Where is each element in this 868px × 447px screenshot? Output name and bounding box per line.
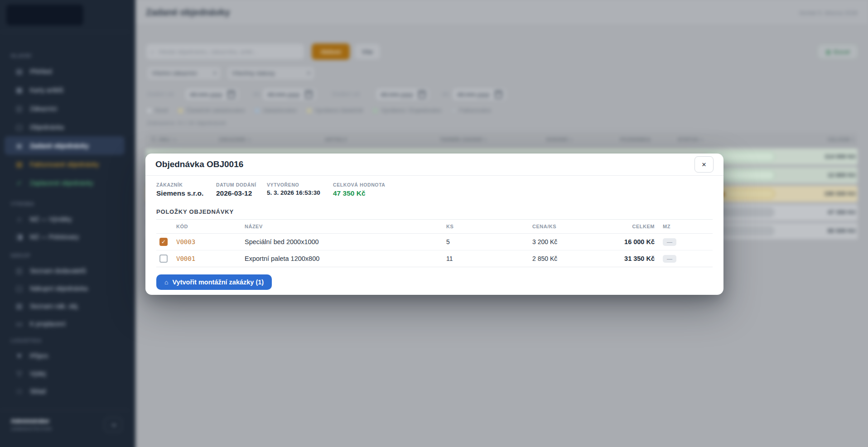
dashboard-icon: ▤ (15, 67, 23, 76)
column-header[interactable]: ARTIKLY (325, 137, 347, 142)
column-header[interactable]: POZNÁMKA (620, 137, 651, 142)
column-header: KÓD (174, 224, 243, 229)
close-button[interactable]: ✕ (694, 156, 714, 173)
factory-icon: ⌂ (164, 279, 168, 286)
sidebar-item-fakturovane-objednavky[interactable]: ▧Fakturované objednávky (5, 155, 125, 173)
excel-export-button[interactable]: ▦ Excel (818, 44, 858, 59)
created-field: VYTVOŘENO 5. 3. 2026 16:53:30 (267, 182, 333, 197)
sidebar-section-label: LOGISTIKA (11, 338, 129, 343)
calendar-icon[interactable] (227, 91, 235, 98)
column-header[interactable]: TERMÍN ZADÁNÍ⇅ (440, 137, 487, 142)
calendar-icon[interactable] (305, 91, 313, 98)
legend-item: Vyrobeno částečně (307, 107, 363, 114)
customers-select[interactable]: Všichni zákazníci ▾ (147, 66, 221, 80)
items-table-header: KÓD NÁZEV KS CENA/KS CELKEM MZ (156, 220, 713, 234)
search-input[interactable] (158, 48, 299, 56)
sidebar-item-zadane-objednavky[interactable]: ▣Zadané objednávky (5, 136, 125, 155)
sidebar-item-label: Objednávka (30, 124, 64, 131)
entry-from-date[interactable] (185, 88, 239, 101)
sidebar-item-label: Seznam nák. obj. (30, 303, 79, 310)
column-header[interactable]: CELKEM⇅ (828, 137, 855, 142)
mz-badge: — (663, 238, 676, 246)
sidebar-item-nakupni-objednavka[interactable]: ▢Nákupní objednávka (5, 279, 125, 297)
legend-label: Nové (155, 107, 168, 114)
item-name: Exportní paleta 1200x800 (243, 255, 444, 262)
sidebar-item-seznam-dodavatelu[interactable]: ◫Seznam dodavatelů (5, 262, 125, 279)
sidebar-footer: Administrátor ADMINISTRATOR ⇥ (0, 410, 129, 447)
sidebar-section-label: HLAVNÍ (11, 53, 129, 58)
delivery-date-field: DATUM DODÁNÍ 2026-03-12 (216, 182, 267, 197)
check-icon: ✓ (161, 239, 166, 245)
customers-icon: ◫ (15, 105, 23, 113)
status-dot (307, 108, 312, 113)
column-header[interactable]: ZÁKAZNÍK⇅ (219, 137, 251, 142)
status-legend: Nové Částečně zakázkováno Zakázkováno Vy… (147, 107, 491, 114)
status-dot (451, 108, 456, 113)
sidebar-item-label: Příjem (30, 352, 48, 360)
total-value-field: CELKOVÁ HODNOTA 47 350 Kč (333, 182, 386, 197)
column-header: NÁZEV (243, 224, 444, 229)
items-section-title: POLOŽKY OBJEDNÁVKY (156, 208, 713, 220)
column-header[interactable]: DODÁNÍ⇅ (546, 137, 572, 142)
entry-from-input[interactable] (189, 91, 225, 98)
row-total: 85 500 Kč (828, 227, 856, 234)
sidebar-item-sklad[interactable]: □Sklad (5, 382, 125, 400)
entry-to-label: do: (253, 91, 261, 97)
sidebar-item-label: Přehled (30, 68, 52, 75)
logout-button[interactable]: ⇥ (105, 418, 122, 432)
sidebar-item-karty-artiklu[interactable]: ▦Karty artiklů (5, 81, 125, 99)
status-dot (255, 108, 260, 113)
legend-item: Vyrobeno / Expedováno (373, 107, 441, 114)
column-header: KS (444, 224, 530, 229)
sidebar-item-objednavka[interactable]: ▢Objednávka (5, 118, 125, 136)
sort-icon: ⇅ (569, 138, 572, 142)
sidebar-item-seznam-nak-obj[interactable]: ▥Seznam nák. obj. (5, 297, 125, 315)
item-qty: 5 (444, 238, 530, 245)
sidebar-item-mz-polotovary[interactable]: ◨MZ — Polotovary (5, 228, 125, 245)
statuses-select[interactable]: Všechny statusy ▾ (227, 66, 315, 80)
delivery-to-date[interactable] (453, 88, 506, 101)
field-label: CELKOVÁ HODNOTA (333, 182, 386, 187)
order-icon: ▢ (15, 123, 23, 131)
filter-active-button[interactable]: Aktivní (312, 43, 350, 60)
sidebar-item-mz-vyrobky[interactable]: ⌂MZ — Výrobky (5, 210, 125, 228)
sidebar-item-k-proplaceni[interactable]: ▭K proplacení (5, 315, 125, 332)
customer-value: Siemens s.r.o. (156, 189, 216, 197)
item-checkbox-checked[interactable]: ✓ (159, 238, 168, 246)
delivery-from-input[interactable] (380, 91, 416, 98)
sidebar-item-zaplacene-objednavky[interactable]: ✓Zaplacené objednávky (5, 173, 125, 192)
sidebar-item-prehled[interactable]: ▤Přehled (5, 62, 125, 81)
item-name: Speciální bed 2000x1000 (243, 238, 444, 245)
calendar-icon[interactable] (418, 91, 426, 98)
order-summary: ZÁKAZNÍK Siemens s.r.o. DATUM DODÁNÍ 202… (156, 182, 713, 197)
delivery-from-label: Dodání od: (332, 91, 361, 97)
calendar-icon[interactable] (495, 91, 502, 98)
logout-icon: ⇥ (111, 422, 116, 428)
status-dot (373, 108, 378, 113)
sidebar-item-zakaznici[interactable]: ◫Zákazníci (5, 99, 125, 118)
legend-label: Zakázkováno (263, 107, 296, 114)
entry-to-date[interactable] (263, 88, 316, 101)
status-dot (147, 108, 152, 113)
legend-label: Částečně zakázkováno (186, 107, 245, 114)
column-header[interactable]: STATUS⇅ (678, 137, 703, 142)
item-row: ✓ V0003 Speciální bed 2000x1000 5 3 200 … (156, 234, 713, 250)
column-header[interactable]: Č. OBJ.⇅ (152, 137, 176, 142)
legend-label: Fakturováno (459, 107, 491, 114)
sidebar-item-prijem[interactable]: ▼Příjem (5, 347, 125, 365)
delivery-from-date[interactable] (376, 88, 429, 101)
filter-all-button[interactable]: Vše (354, 43, 381, 60)
entry-to-input[interactable] (266, 91, 303, 98)
sidebar-item-vydej[interactable]: ▽Výdej (5, 365, 125, 382)
item-checkbox-unchecked[interactable] (159, 255, 168, 263)
delivery-to-input[interactable] (456, 91, 492, 98)
create-assembly-order-button[interactable]: ⌂ Vytvořit montážní zakázky (1) (156, 274, 272, 290)
column-header: CENA/KS (530, 224, 614, 229)
create-assembly-order-label: Vytvořit montážní zakázky (1) (172, 279, 264, 286)
search-box[interactable]: ⌕ (146, 43, 304, 60)
field-label: ZÁKAZNÍK (156, 182, 216, 187)
sort-icon: ⇅ (699, 138, 703, 142)
results-count: Zobrazeno: 8 z 16 objednávek (147, 120, 226, 126)
sort-icon: ⇅ (851, 138, 855, 142)
orders-invoiced-icon: ▧ (15, 160, 23, 168)
